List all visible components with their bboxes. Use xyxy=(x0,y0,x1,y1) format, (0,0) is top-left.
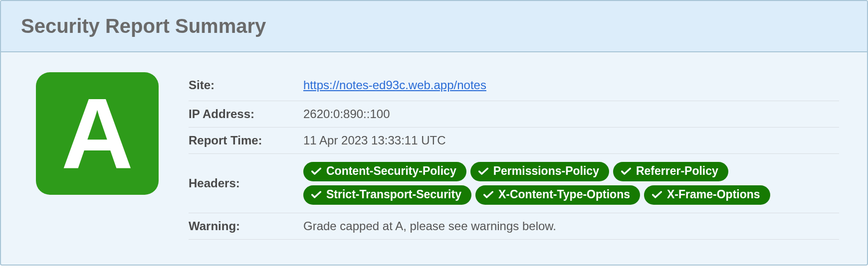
header-pill: X-Frame-Options xyxy=(644,185,770,205)
check-icon xyxy=(621,166,631,176)
row-value-time: 11 Apr 2023 13:33:11 UTC xyxy=(303,134,446,147)
row-label-time: Report Time: xyxy=(189,134,303,147)
check-icon xyxy=(311,166,321,176)
grade-badge: A xyxy=(36,72,159,195)
header-pill-label: Content-Security-Policy xyxy=(326,164,456,179)
header-pill: Content-Security-Policy xyxy=(303,162,466,181)
row-site: Site: https://notes-ed93c.web.app/notes xyxy=(189,75,839,101)
row-value-ip: 2620:0:890::100 xyxy=(303,107,390,121)
row-label-warning: Warning: xyxy=(189,219,303,233)
row-label-site: Site: xyxy=(189,78,303,92)
header-pill-label: X-Frame-Options xyxy=(667,187,760,202)
security-report-panel: Security Report Summary A Site: https://… xyxy=(0,0,868,266)
header-pills: Content-Security-PolicyPermissions-Polic… xyxy=(303,160,839,207)
row-ip: IP Address: 2620:0:890::100 xyxy=(189,101,839,128)
row-warning: Warning: Grade capped at A, please see w… xyxy=(189,213,839,240)
row-value-site: https://notes-ed93c.web.app/notes xyxy=(303,78,486,92)
grade-letter: A xyxy=(61,84,133,183)
details-table: Site: https://notes-ed93c.web.app/notes … xyxy=(189,72,839,240)
panel-body: A Site: https://notes-ed93c.web.app/note… xyxy=(1,52,867,265)
header-pill-label: X-Content-Type-Options xyxy=(498,187,630,202)
header-pill: X-Content-Type-Options xyxy=(475,185,640,205)
panel-title: Security Report Summary xyxy=(21,15,847,37)
header-pill-label: Referrer-Policy xyxy=(636,164,718,179)
header-pill: Referrer-Policy xyxy=(613,162,728,181)
check-icon xyxy=(311,190,321,200)
panel-header: Security Report Summary xyxy=(1,1,867,52)
row-value-headers: Content-Security-PolicyPermissions-Polic… xyxy=(303,160,839,207)
check-icon xyxy=(652,190,662,200)
site-link[interactable]: https://notes-ed93c.web.app/notes xyxy=(303,78,486,92)
header-pill: Permissions-Policy xyxy=(470,162,609,181)
header-pill-label: Strict-Transport-Security xyxy=(326,187,461,202)
header-pill-label: Permissions-Policy xyxy=(493,164,599,179)
row-label-headers: Headers: xyxy=(189,176,303,190)
check-icon xyxy=(478,166,488,176)
row-headers: Headers: Content-Security-PolicyPermissi… xyxy=(189,154,839,213)
check-icon xyxy=(483,190,493,200)
row-label-ip: IP Address: xyxy=(189,107,303,121)
row-value-warning: Grade capped at A, please see warnings b… xyxy=(303,219,556,233)
row-time: Report Time: 11 Apr 2023 13:33:11 UTC xyxy=(189,128,839,154)
header-pill: Strict-Transport-Security xyxy=(303,185,471,205)
